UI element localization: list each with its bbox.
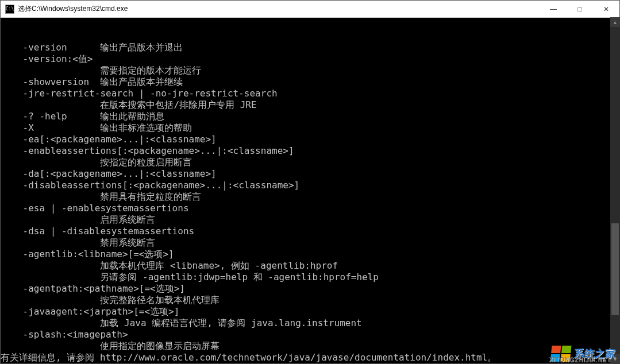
- terminal-line: 按指定的粒度启用断言: [1, 157, 619, 168]
- terminal-line: -version:<值>: [1, 53, 619, 65]
- terminal-line: -javaagent:<jarpath>[=<选项>]: [1, 306, 619, 317]
- titlebar[interactable]: C:\ 选择C:\Windows\system32\cmd.exe — □ ✕: [1, 1, 619, 18]
- terminal-line: 加载本机代理库 <libname>, 例如 -agentlib:hprof: [1, 260, 619, 272]
- terminal-line: -? -help 输出此帮助消息: [1, 111, 619, 122]
- terminal-line: -da[:<packagename>...|:<classname>]: [1, 168, 619, 180]
- terminal-line: 加载 Java 编程语言代理, 请参阅 java.lang.instrument: [1, 317, 619, 329]
- maximize-button[interactable]: □: [567, 1, 593, 17]
- watermark: 系统之家 XITONGZHIJIA.NET: [551, 346, 615, 362]
- window-controls: — □ ✕: [540, 1, 619, 17]
- terminal-line: 需要指定的版本才能运行: [1, 65, 619, 76]
- scroll-up-button[interactable]: ▲: [610, 17, 620, 27]
- terminal-line: -X 输出非标准选项的帮助: [1, 122, 619, 134]
- terminal-line: -ea[:<packagename>...|:<classname>]: [1, 134, 619, 145]
- scrollbar[interactable]: ▲ ▼: [610, 17, 620, 364]
- terminal-line: -splash:<imagepath>: [1, 329, 619, 340]
- terminal-line: -dsa | -disablesystemassertions: [1, 226, 619, 237]
- terminal-line: -jre-restrict-search | -no-jre-restrict-…: [1, 88, 619, 99]
- terminal-line: -esa | -enablesystemassertions: [1, 203, 619, 214]
- scrollbar-track[interactable]: [610, 27, 620, 354]
- terminal-line: 有关详细信息, 请参阅 http://www.oracle.com/techne…: [1, 352, 619, 363]
- terminal-line: 启用系统断言: [1, 214, 619, 226]
- close-button[interactable]: ✕: [593, 1, 619, 17]
- cmd-icon: C:\: [5, 5, 14, 14]
- terminal-line: -agentlib:<libname>[=<选项>]: [1, 249, 619, 260]
- terminal-line: -version 输出产品版本并退出: [1, 42, 619, 53]
- scrollbar-thumb[interactable]: [611, 223, 619, 315]
- terminal-line: 另请参阅 -agentlib:jdwp=help 和 -agentlib:hpr…: [1, 272, 619, 283]
- terminal-line: -enableassertions[:<packagename>...|:<cl…: [1, 145, 619, 157]
- terminal-line: -agentpath:<pathname>[=<选项>]: [1, 283, 619, 295]
- window-title: 选择C:\Windows\system32\cmd.exe: [18, 4, 540, 14]
- terminal-line: 使用指定的图像显示启动屏幕: [1, 340, 619, 352]
- cmd-window: C:\ 选择C:\Windows\system32\cmd.exe — □ ✕ …: [0, 0, 620, 364]
- terminal-output[interactable]: -version 输出产品版本并退出 -version:<值> 需要指定的版本才…: [1, 18, 619, 363]
- minimize-button[interactable]: —: [540, 1, 567, 17]
- terminal-line: -showversion 输出产品版本并继续: [1, 76, 619, 88]
- terminal-line: 按完整路径名加载本机代理库: [1, 295, 619, 306]
- terminal-line: 禁用系统断言: [1, 237, 619, 249]
- terminal-line: -disableassertions[:<packagename>...|:<c…: [1, 180, 619, 191]
- terminal-line: 在版本搜索中包括/排除用户专用 JRE: [1, 99, 619, 111]
- watermark-sub: XITONGZHIJIA.NET: [549, 357, 611, 363]
- terminal-line: 禁用具有指定粒度的断言: [1, 191, 619, 203]
